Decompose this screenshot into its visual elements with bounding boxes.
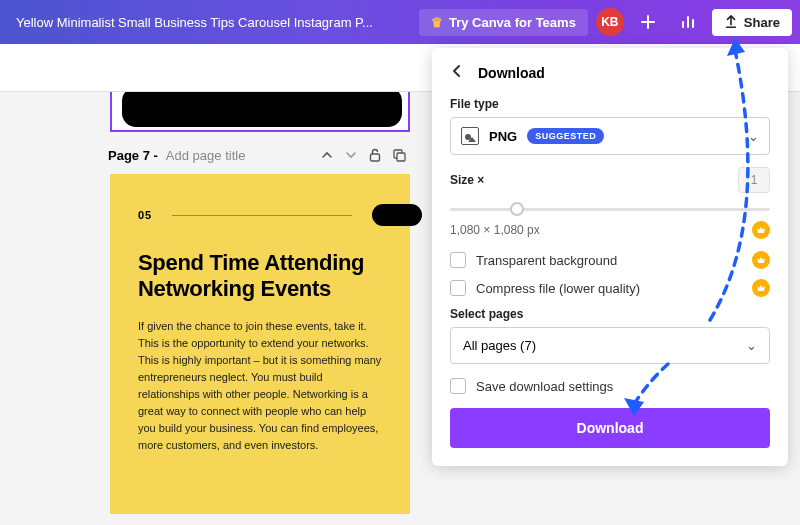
- previous-page-content: [122, 92, 402, 127]
- image-icon: [461, 127, 479, 145]
- size-input[interactable]: [738, 167, 770, 193]
- slider-track: [450, 208, 770, 211]
- compress-row: Compress file (lower quality): [450, 279, 770, 297]
- move-up-button[interactable]: [318, 146, 336, 164]
- page-number-label: Page 7 -: [108, 148, 158, 163]
- page-canvas[interactable]: 05 Spend Time Attending Networking Event…: [110, 174, 410, 514]
- crown-icon: [756, 255, 766, 265]
- page-number-row: 05: [138, 204, 382, 226]
- plus-icon: [640, 14, 656, 30]
- file-type-label: File type: [450, 97, 770, 111]
- page-header-row: Page 7 - Add page title: [108, 146, 408, 164]
- panel-title: Download: [478, 65, 545, 81]
- analytics-button[interactable]: [672, 6, 704, 38]
- share-label: Share: [744, 15, 780, 30]
- divider-line: [172, 215, 352, 216]
- select-pages-label: Select pages: [450, 307, 770, 321]
- dimensions-row: 1,080 × 1,080 px: [450, 221, 770, 239]
- save-settings-label: Save download settings: [476, 379, 613, 394]
- try-teams-button[interactable]: ♛ Try Canva for Teams: [419, 9, 588, 36]
- premium-badge: [752, 251, 770, 269]
- chevron-up-icon: [321, 149, 333, 161]
- size-slider[interactable]: [450, 199, 770, 219]
- slider-thumb[interactable]: [510, 202, 524, 216]
- save-settings-checkbox[interactable]: [450, 378, 466, 394]
- save-settings-row: Save download settings: [450, 378, 770, 394]
- file-type-value: PNG: [489, 129, 517, 144]
- select-pages-value: All pages (7): [463, 338, 536, 353]
- decorative-pill: [372, 204, 422, 226]
- chevron-down-icon: ⌄: [746, 338, 757, 353]
- bar-chart-icon: [680, 14, 696, 30]
- crown-icon: [756, 225, 766, 235]
- premium-badge: [752, 279, 770, 297]
- svg-rect-2: [397, 153, 405, 161]
- slide-body-text: If given the chance to join these events…: [138, 318, 382, 454]
- page-title-input[interactable]: Add page title: [166, 148, 246, 163]
- move-down-button[interactable]: [342, 146, 360, 164]
- file-type-select[interactable]: PNG SUGGESTED ⌄: [450, 117, 770, 155]
- top-bar: Yellow Minimalist Small Business Tips Ca…: [0, 0, 800, 44]
- transparent-bg-checkbox[interactable]: [450, 252, 466, 268]
- chevron-down-icon: ⌄: [748, 129, 759, 144]
- select-pages-dropdown[interactable]: All pages (7) ⌄: [450, 327, 770, 364]
- transparent-bg-row: Transparent background: [450, 251, 770, 269]
- add-button[interactable]: [632, 6, 664, 38]
- slide-heading: Spend Time Attending Networking Events: [138, 250, 382, 302]
- avatar[interactable]: KB: [596, 8, 624, 36]
- panel-header: Download: [450, 62, 770, 83]
- previous-page-preview[interactable]: [110, 92, 410, 132]
- share-button[interactable]: Share: [712, 9, 792, 36]
- download-panel: Download File type PNG SUGGESTED ⌄ Size …: [432, 48, 788, 466]
- suggested-badge: SUGGESTED: [527, 128, 604, 144]
- document-title[interactable]: Yellow Minimalist Small Business Tips Ca…: [8, 15, 411, 30]
- back-button[interactable]: [450, 62, 464, 83]
- size-row: Size ×: [450, 167, 770, 193]
- download-button[interactable]: Download: [450, 408, 770, 448]
- duplicate-button[interactable]: [390, 146, 408, 164]
- crown-icon: ♛: [431, 15, 443, 30]
- crown-icon: [756, 283, 766, 293]
- compress-label: Compress file (lower quality): [476, 281, 640, 296]
- slide-number: 05: [138, 209, 152, 221]
- upload-icon: [724, 15, 738, 29]
- dimensions-text: 1,080 × 1,080 px: [450, 223, 540, 237]
- try-teams-label: Try Canva for Teams: [449, 15, 576, 30]
- duplicate-icon: [393, 149, 406, 162]
- size-label: Size ×: [450, 173, 484, 187]
- chevron-down-icon: [345, 149, 357, 161]
- lock-icon: [369, 148, 381, 162]
- lock-button[interactable]: [366, 146, 384, 164]
- page-controls: [318, 146, 408, 164]
- premium-badge: [752, 221, 770, 239]
- compress-checkbox[interactable]: [450, 280, 466, 296]
- chevron-left-icon: [450, 64, 464, 78]
- transparent-bg-label: Transparent background: [476, 253, 617, 268]
- svg-rect-0: [371, 154, 380, 161]
